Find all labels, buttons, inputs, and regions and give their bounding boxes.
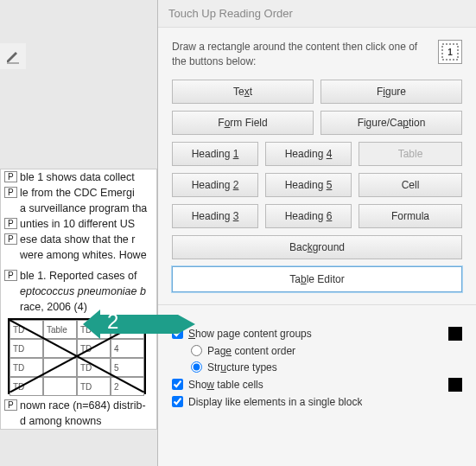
table-cell: [43, 377, 77, 396]
table-cell: 4: [111, 339, 144, 358]
crossed-out-table: TD Table TD per TD TD 4 TD TD 5 TD TD: [8, 318, 146, 394]
document-content: Pble 1 shows data collect Ple from the C…: [0, 169, 157, 430]
option-label: Structure types: [207, 361, 277, 373]
form-field-button[interactable]: Form Field: [172, 111, 314, 135]
option-label: Show table cells: [188, 379, 263, 391]
text-button[interactable]: Text: [172, 80, 314, 104]
display-like-elements-checkbox[interactable]: [172, 396, 183, 407]
touch-up-reading-order-panel: Touch Up Reading Order Draw a rectangle …: [157, 0, 476, 466]
table-cell: 2: [111, 377, 144, 396]
heading1-button[interactable]: Heading 1: [172, 142, 258, 166]
structure-types-radio[interactable]: [191, 361, 202, 373]
color-swatch[interactable]: [448, 378, 462, 392]
instruction-row: Draw a rectangle around the content then…: [172, 40, 462, 69]
table-cell: TD: [10, 358, 43, 377]
heading4-button[interactable]: Heading 4: [265, 142, 352, 166]
show-table-cells-checkbox[interactable]: [172, 379, 183, 390]
table-editor-button[interactable]: Table Editor: [172, 266, 462, 292]
paragraph-tag: P: [4, 399, 17, 411]
paragraph-tag: P: [4, 270, 17, 281]
figure-button[interactable]: Figure: [321, 80, 462, 104]
doc-text: race, 2006 (4): [20, 301, 87, 313]
table-cell: [43, 339, 77, 358]
document-pane: Pble 1 shows data collect Ple from the C…: [0, 0, 157, 466]
paragraph-tag: P: [4, 233, 17, 245]
panel-title: Touch Up Reading Order: [158, 0, 476, 28]
svg-text:1: 1: [447, 48, 453, 57]
table-cell: TD: [77, 339, 111, 358]
formula-button[interactable]: Formula: [359, 204, 462, 228]
panel-title-text: Touch Up Reading Order: [168, 7, 293, 20]
doc-text: ble 1. Reported cases of: [20, 270, 137, 282]
option-label: Show page content groups: [188, 328, 312, 340]
option-label: Display like elements in a single block: [188, 396, 362, 408]
table-cell: per: [111, 320, 144, 339]
table-cell: TD: [10, 377, 43, 396]
doc-text: unties in 10 different US: [20, 218, 135, 230]
color-swatch[interactable]: [448, 327, 462, 341]
doc-text: a surveillance program tha: [20, 202, 147, 214]
edit-tool-icon[interactable]: [0, 43, 26, 69]
paragraph-tag: P: [4, 218, 17, 229]
show-page-content-groups-checkbox[interactable]: [172, 328, 183, 339]
doc-text: eptococcus pneumoniae b: [20, 285, 146, 297]
option-label: Page content order: [207, 345, 295, 357]
figure-caption-button[interactable]: Figure/Caption: [321, 111, 462, 135]
selection-icon: 1: [438, 40, 462, 64]
doc-text: ese data show that the r: [20, 233, 135, 246]
doc-text: nown race (n=684) distrib-: [20, 399, 146, 412]
doc-text: le from the CDC Emergi: [20, 187, 135, 199]
heading5-button[interactable]: Heading 5: [265, 173, 352, 197]
table-button: Table: [359, 142, 462, 166]
table-cell: TD: [77, 320, 111, 339]
table-cell: [43, 358, 77, 377]
table-cell: TD: [10, 320, 43, 339]
cell-button[interactable]: Cell: [359, 173, 462, 197]
table-cell: 5: [111, 358, 144, 377]
heading6-button[interactable]: Heading 6: [265, 204, 352, 228]
doc-text: were among whites. Howe: [20, 249, 147, 261]
doc-text: d among knowns: [20, 415, 102, 427]
table-cell: TD: [77, 377, 111, 396]
background-button[interactable]: Background: [172, 235, 462, 259]
table-cell: TD: [77, 358, 111, 377]
page-content-order-radio[interactable]: [191, 345, 202, 356]
close-icon[interactable]: [454, 3, 473, 22]
divider: [158, 304, 476, 305]
doc-text: ble 1 shows data collect: [20, 171, 135, 183]
paragraph-tag: P: [4, 171, 17, 182]
paragraph-tag: P: [4, 187, 17, 198]
heading3-button[interactable]: Heading 3: [172, 204, 258, 228]
instruction-text: Draw a rectangle around the content then…: [172, 40, 429, 69]
table-cell: Table: [43, 320, 77, 339]
heading2-button[interactable]: Heading 2: [172, 173, 258, 197]
options-group: Show page content groups Page content or…: [172, 317, 462, 408]
table-cell: TD: [10, 339, 43, 358]
